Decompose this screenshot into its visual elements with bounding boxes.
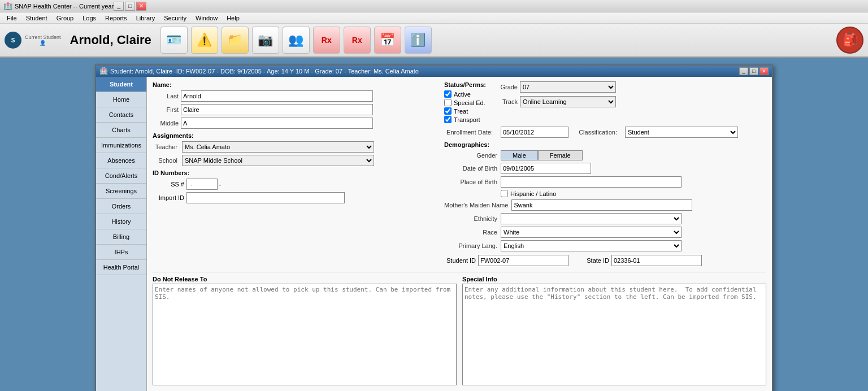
- camera-button[interactable]: 📷: [252, 27, 279, 54]
- student-id-field[interactable]: [478, 255, 568, 266]
- race-select[interactable]: White: [501, 227, 682, 238]
- sidebar-item-contacts[interactable]: Contacts: [96, 107, 146, 123]
- sidebar-item-orders[interactable]: Orders: [96, 199, 146, 214]
- rx-button[interactable]: Rx: [313, 27, 340, 54]
- sidebar-item-screenings[interactable]: Screenings: [96, 184, 146, 199]
- middle-name-row: Middle: [153, 118, 435, 129]
- last-label: Last: [153, 93, 181, 99]
- title-bar: 🏥 SNAP Health Center -- Current year _ □…: [0, 0, 868, 12]
- dialog-restore-button[interactable]: □: [749, 67, 758, 75]
- sidebar-item-home[interactable]: Home: [96, 92, 146, 107]
- primary-lang-label: Primary Lang.: [444, 242, 501, 249]
- name-section-header: Name:: [153, 81, 435, 88]
- menu-help[interactable]: Help: [222, 14, 244, 23]
- sidebar-item-ihps[interactable]: IHPs: [96, 245, 146, 260]
- student-id-row: Student ID: [444, 255, 568, 266]
- school-select[interactable]: SNAP Middle School: [182, 155, 374, 166]
- dialog-close-button[interactable]: ✕: [760, 67, 769, 75]
- demographics-header: Demographics:: [444, 141, 766, 148]
- info-button[interactable]: ℹ️: [405, 27, 432, 54]
- last-name-row: Last: [153, 90, 435, 102]
- sidebar-item-health-portal[interactable]: Health Portal: [96, 260, 146, 275]
- app-logo: S: [5, 32, 21, 49]
- track-select[interactable]: Online Learning: [520, 96, 616, 107]
- import-id-label: Import ID: [153, 194, 186, 201]
- dialog-minimize-button[interactable]: _: [739, 67, 748, 75]
- medical-id-icon: 🪪: [166, 33, 181, 47]
- special-ed-checkbox[interactable]: [444, 99, 452, 106]
- bag-button[interactable]: 🎒: [836, 27, 863, 54]
- primary-lang-select[interactable]: English: [501, 240, 682, 251]
- primary-lang-row: Primary Lang. English: [444, 240, 766, 251]
- special-info-header: Special Info: [462, 276, 766, 283]
- mothers-maiden-row: Mother's Maiden Name: [444, 199, 766, 211]
- transport-checkbox[interactable]: [444, 116, 452, 123]
- do-not-release-textarea[interactable]: [153, 284, 457, 385]
- menu-student[interactable]: Student: [21, 14, 52, 23]
- special-info-textarea[interactable]: [462, 284, 766, 385]
- pob-field[interactable]: [501, 176, 682, 188]
- menu-file[interactable]: File: [2, 14, 21, 23]
- active-checkbox[interactable]: [444, 90, 452, 98]
- dialog-body: Student Home Contacts Charts Immunizatio…: [96, 77, 772, 391]
- dob-row: Date of Birth: [444, 163, 766, 174]
- current-student-label: Current Student: [25, 34, 61, 40]
- gender-male-button[interactable]: Male: [501, 150, 538, 160]
- dob-field[interactable]: [501, 163, 591, 174]
- menu-security[interactable]: Security: [159, 14, 191, 23]
- teacher-select[interactable]: Ms. Celia Amato: [182, 141, 374, 153]
- sidebar-item-history[interactable]: History: [96, 214, 146, 229]
- demographics-grid: Gender Male Female Date of Birth: [444, 150, 766, 251]
- middle-name-field[interactable]: [181, 118, 373, 129]
- sidebar-item-immunizations[interactable]: Immunizations: [96, 138, 146, 153]
- sidebar: Student Home Contacts Charts Immunizatio…: [96, 77, 147, 391]
- last-name-field[interactable]: [181, 90, 373, 102]
- import-id-field[interactable]: [186, 192, 345, 203]
- contacts-button[interactable]: 👥: [283, 27, 310, 54]
- maximize-button[interactable]: □: [125, 2, 135, 11]
- sidebar-item-billing[interactable]: Billing: [96, 229, 146, 245]
- transport-row: Transport: [444, 116, 486, 123]
- close-button[interactable]: ✕: [136, 2, 146, 11]
- special-info-section: Special Info: [462, 276, 766, 386]
- svg-text:S: S: [11, 37, 15, 44]
- mothers-maiden-field[interactable]: [511, 199, 692, 211]
- student-icon: 👤: [40, 40, 46, 46]
- menu-window[interactable]: Window: [191, 14, 222, 23]
- ss-field-1[interactable]: [186, 179, 218, 190]
- sidebar-item-cond-alerts[interactable]: Cond/Alerts: [96, 168, 146, 184]
- menu-reports[interactable]: Reports: [101, 14, 132, 23]
- toolbar: S Current Student 👤 Arnold, Claire 🪪 ⚠️ …: [0, 24, 868, 58]
- menu-library[interactable]: Library: [132, 14, 160, 23]
- sidebar-item-student[interactable]: Student: [96, 77, 146, 92]
- treat-checkbox[interactable]: [444, 107, 452, 115]
- ss-row: SS # -: [153, 179, 435, 190]
- enrollment-label: Enrollment Date:: [444, 129, 495, 136]
- dialog-titlebar: 🏥 Student: Arnold, Claire -ID: FW002-07 …: [96, 66, 772, 77]
- enrollment-field[interactable]: [501, 127, 568, 138]
- folder-button[interactable]: 📁: [222, 27, 249, 54]
- menu-group[interactable]: Group: [52, 14, 79, 23]
- contacts-icon: 👥: [288, 33, 303, 47]
- first-name-field[interactable]: [181, 104, 373, 115]
- state-id-field[interactable]: [611, 255, 702, 266]
- calendar-button[interactable]: 📅: [374, 27, 401, 54]
- classification-select[interactable]: Student: [625, 127, 738, 138]
- grade-select[interactable]: 07: [520, 81, 616, 93]
- minimize-button[interactable]: _: [114, 2, 124, 11]
- alert-button[interactable]: ⚠️: [191, 27, 218, 54]
- rx2-button[interactable]: Rx: [344, 27, 371, 54]
- track-label: Track: [497, 98, 520, 105]
- race-row: Race White: [444, 227, 766, 238]
- hispanic-checkbox[interactable]: [501, 190, 508, 197]
- ethnicity-select[interactable]: [501, 213, 682, 224]
- medical-id-button[interactable]: 🪪: [160, 27, 188, 54]
- do-not-release-section: Do Not Release To: [153, 276, 457, 386]
- main-content: 🏥 Student: Arnold, Claire -ID: FW002-07 …: [0, 58, 868, 391]
- grade-track-section: Grade 07 Track Online Learning: [497, 81, 616, 124]
- sidebar-item-charts[interactable]: Charts: [96, 123, 146, 138]
- menu-logs[interactable]: Logs: [78, 14, 101, 23]
- grade-row: Grade 07: [497, 81, 616, 93]
- sidebar-item-absences[interactable]: Absences: [96, 153, 146, 168]
- gender-female-button[interactable]: Female: [538, 150, 583, 160]
